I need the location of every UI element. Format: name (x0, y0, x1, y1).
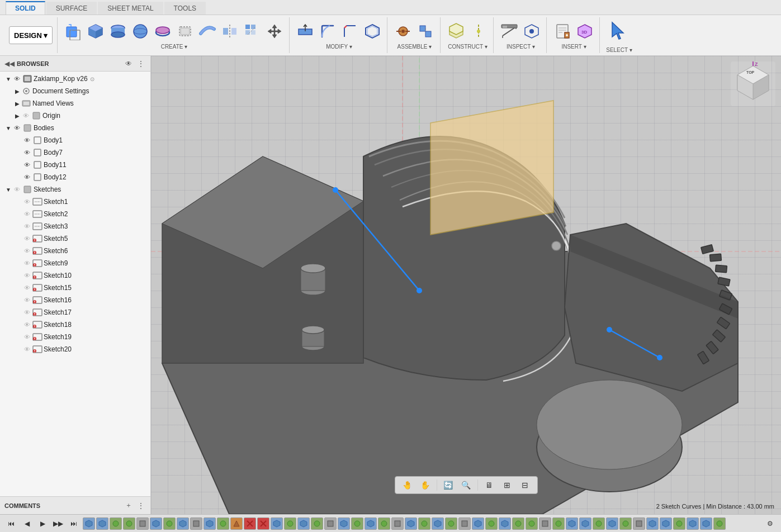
tl-icon-32[interactable] (499, 517, 511, 530)
inspect-analysis-btn[interactable] (522, 21, 542, 41)
tree-item-sketch5[interactable]: 👁 Sketch5 (0, 232, 150, 245)
tl-icon-2[interactable] (96, 517, 108, 530)
tl-icon-30[interactable] (472, 517, 484, 530)
sphere-btn[interactable] (130, 21, 150, 41)
tl-next-btn[interactable]: ▶▶ (51, 517, 65, 530)
cylinder-btn[interactable] (108, 21, 128, 41)
browser-eye-btn[interactable]: 👁 (124, 59, 134, 69)
shell-btn[interactable] (362, 21, 382, 41)
tl-icon-37[interactable] (566, 517, 578, 530)
collapse-browser-icon[interactable]: ◀◀ (4, 60, 15, 68)
inspect-label[interactable]: INSPECT ▾ (507, 44, 535, 50)
box-btn[interactable] (86, 21, 106, 41)
tl-icon-4[interactable] (123, 517, 135, 530)
tl-icon-9[interactable] (190, 517, 202, 530)
tl-icon-33[interactable] (512, 517, 524, 530)
tl-last-btn[interactable]: ⏭ (67, 517, 81, 530)
tree-item-sketch19[interactable]: 👁 Sketch19 (0, 331, 150, 343)
tl-icon-8[interactable] (177, 517, 189, 530)
design-button[interactable]: DESIGN ▾ (9, 26, 53, 44)
assemble-label[interactable]: ASSEMBLE ▾ (397, 44, 432, 50)
tl-icon-1[interactable] (83, 517, 95, 530)
insert-label[interactable]: INSERT ▾ (561, 44, 586, 50)
tab-sheet-metal[interactable]: SHEET METAL (98, 2, 163, 15)
construct-axis-btn[interactable] (468, 21, 489, 41)
chamfer-btn[interactable] (340, 21, 360, 41)
tl-icon-3[interactable] (110, 517, 122, 530)
tree-item-body11[interactable]: 👁 Body11 (0, 159, 150, 171)
tl-icon-14[interactable] (257, 517, 269, 530)
tl-play-btn[interactable]: ▶ (36, 517, 49, 530)
tl-icon-16[interactable] (284, 517, 296, 530)
vp-grid-btn[interactable]: ⊞ (499, 478, 515, 492)
tl-icon-25[interactable] (405, 517, 417, 530)
pipe-btn[interactable] (197, 21, 217, 41)
tl-icon-35[interactable] (539, 517, 551, 530)
tl-icon-26[interactable] (418, 517, 430, 530)
tl-icon-21[interactable] (351, 517, 363, 530)
tree-item-sketch9[interactable]: 👁 Sketch9 (0, 257, 150, 269)
tree-item-sketch18[interactable]: 👁 Sketch18 (0, 319, 150, 331)
tree-item-sketch20[interactable]: 👁 Sketch20 (0, 343, 150, 355)
tree-item-sketch2[interactable]: 👁 Sketch2 (0, 208, 150, 220)
tree-item-body1[interactable]: 👁 Body1 (0, 134, 150, 146)
tree-item-origin[interactable]: ▶ 👁 Origin (0, 110, 150, 122)
tree-item-sketches[interactable]: ▼ 👁 Sketches (0, 183, 150, 196)
as-built-btn[interactable] (415, 21, 436, 41)
viewport[interactable]: Z TOP 🤚 ✋ 🔄 🔍 🖥 ⊞ ⊟ 2 Sketch Curves | Mi… (151, 56, 781, 514)
pattern-btn[interactable] (242, 21, 262, 41)
tree-item-doc-settings[interactable]: ▶ Document Settings (0, 85, 150, 97)
vp-pan-btn[interactable]: ✋ (418, 478, 433, 492)
mirror-btn[interactable] (220, 21, 240, 41)
comments-expand-btn[interactable]: ⋮ (136, 501, 146, 511)
move-copy-btn[interactable] (264, 21, 285, 41)
tree-item-body12[interactable]: 👁 Body12 (0, 171, 150, 183)
insert-derive-btn[interactable] (552, 21, 572, 41)
tl-icon-20[interactable] (338, 517, 350, 530)
fillet-btn[interactable] (318, 21, 338, 41)
tl-icon-36[interactable] (552, 517, 565, 530)
tl-icon-7[interactable] (163, 517, 176, 530)
tl-icon-39[interactable] (593, 517, 605, 530)
vp-display-btn[interactable]: 🖥 (481, 478, 497, 492)
tl-icon-5[interactable] (136, 517, 149, 530)
tree-item-body7[interactable]: 👁 Body7 (0, 146, 150, 159)
vp-orbit-btn[interactable]: 🔄 (441, 478, 456, 492)
tree-item-named-views[interactable]: ▶ Named Views (0, 97, 150, 110)
tl-icon-17[interactable] (297, 517, 310, 530)
tl-icon-18[interactable] (311, 517, 323, 530)
tl-icon-44[interactable] (660, 517, 672, 530)
tl-icon-6[interactable] (150, 517, 162, 530)
add-comment-btn[interactable]: ＋ (124, 501, 134, 511)
vp-hand-btn[interactable]: 🤚 (400, 478, 415, 492)
tree-item-sketch10[interactable]: 👁 Sketch10 (0, 269, 150, 282)
tl-icon-47[interactable] (700, 517, 712, 530)
tl-icon-48[interactable] (713, 517, 726, 530)
press-pull-btn[interactable] (295, 21, 315, 41)
tl-icon-24[interactable] (391, 517, 404, 530)
select-btn[interactable] (605, 18, 632, 45)
tree-root[interactable]: ▼ 👁 Zaklamp_Kop v26 ⊙ (0, 73, 150, 85)
tree-item-sketch1[interactable]: 👁 Sketch1 (0, 196, 150, 208)
new-component-btn[interactable] (63, 21, 83, 41)
browser-menu-btn[interactable]: ⋮ (136, 59, 146, 69)
tree-item-sketch6[interactable]: 👁 Sketch6 (0, 245, 150, 257)
insert-svg-btn[interactable]: 3D (575, 21, 595, 41)
tree-item-sketch15[interactable]: 👁 Sketch15 (0, 282, 150, 294)
tab-surface[interactable]: SURFACE (46, 2, 97, 15)
torus-btn[interactable] (153, 21, 173, 41)
tl-icon-19[interactable] (324, 517, 337, 530)
tl-icon-46[interactable] (687, 517, 699, 530)
modify-label[interactable]: MODIFY ▾ (326, 44, 352, 50)
tree-item-sketch16[interactable]: 👁 Sketch16 (0, 294, 150, 306)
tab-solid[interactable]: SOLID (6, 1, 45, 15)
tl-icon-40[interactable] (606, 517, 618, 530)
tl-icon-23[interactable] (378, 517, 390, 530)
tl-icon-22[interactable] (365, 517, 377, 530)
tl-icon-11[interactable] (217, 517, 229, 530)
tl-prev-btn[interactable]: ◀ (20, 517, 34, 530)
tree-item-sketch3[interactable]: 👁 Sketch3 (0, 220, 150, 232)
tl-icon-42[interactable] (633, 517, 645, 530)
tl-icon-27[interactable] (432, 517, 444, 530)
create-label[interactable]: CREATE ▾ (161, 44, 188, 50)
